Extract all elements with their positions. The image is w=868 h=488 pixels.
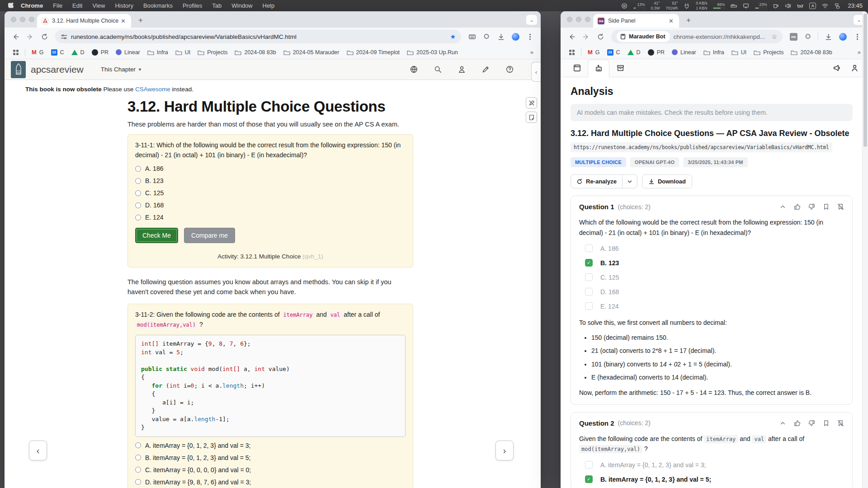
option-row[interactable]: A. itemArray = {0, 1, 2, 3} and val = 3; <box>135 442 406 449</box>
downloads-icon[interactable] <box>822 30 835 43</box>
forward-button[interactable] <box>24 30 36 43</box>
bookmark-star-icon[interactable]: ☆ <box>771 33 777 40</box>
menu-profiles[interactable]: Profiles <box>183 2 202 9</box>
back-button[interactable] <box>565 30 578 43</box>
bookmark-gmail[interactable]: MG <box>28 49 47 56</box>
display-icon[interactable] <box>743 3 749 9</box>
bookmark-folder-ui[interactable]: UI <box>728 49 750 56</box>
search-icon[interactable] <box>434 66 442 73</box>
menu-file[interactable]: File <box>53 2 62 9</box>
site-brand[interactable]: apcsareview <box>31 64 84 75</box>
forward-button[interactable] <box>580 30 592 43</box>
tab-archive[interactable] <box>609 59 631 77</box>
choice-row[interactable]: C. 125 <box>585 273 844 281</box>
bookmark-folder-2024-08[interactable]: 2024-08 83b <box>788 49 835 56</box>
bookmarks-overflow-icon[interactable]: » <box>530 49 535 56</box>
reanalyze-button[interactable]: Re-analyze <box>571 175 622 188</box>
bookmark-linear[interactable]: Linear <box>113 49 143 56</box>
globe-icon[interactable] <box>410 66 418 73</box>
radio-button[interactable] <box>135 479 141 485</box>
apps-grid-icon[interactable] <box>566 50 578 55</box>
menu-edit[interactable]: Edit <box>72 2 82 9</box>
bookmark-icon[interactable] <box>823 203 830 210</box>
thumbs-down-icon[interactable] <box>808 420 815 427</box>
option-row[interactable]: B. 123 <box>135 177 406 184</box>
radio-button[interactable] <box>135 442 141 448</box>
bookmark-github[interactable]: PR <box>645 49 668 56</box>
omnibox[interactable]: runestone.academy/ns/books/published/apc… <box>55 30 461 43</box>
new-tab-button[interactable]: + <box>135 14 146 26</box>
tab-search-button[interactable]: ⌄ <box>526 15 537 25</box>
bookmark-off-icon[interactable] <box>837 203 844 210</box>
bookmark-drive[interactable]: D <box>68 49 88 56</box>
energy-widget[interactable]: 52°701Wh <box>665 1 678 10</box>
bookmark-folder-2024-09[interactable]: 2024-09 Timeplot <box>344 49 403 56</box>
extension-sphere-icon[interactable] <box>836 30 849 43</box>
checkbox-checked[interactable]: ✓ <box>585 259 593 267</box>
bookmark-github[interactable]: PR <box>89 49 112 56</box>
browser-tab[interactable]: 3.12. Hard Multiple Choice Qu ✕ <box>37 14 131 28</box>
choice-row[interactable]: ✓B. itemArray = {0, 1, 2, 3} and val = 5… <box>585 475 844 483</box>
tab-browser[interactable] <box>566 59 588 77</box>
extensions-icon[interactable] <box>802 30 814 43</box>
radio-button[interactable] <box>135 215 141 221</box>
input-source-icon[interactable]: A <box>809 3 816 9</box>
option-row[interactable]: D. itemArray = {9, 8, 7, 6} and val = 3; <box>135 479 406 486</box>
extensions-icon[interactable] <box>480 30 493 43</box>
apple-menu-icon[interactable] <box>8 2 14 9</box>
next-page-button[interactable]: › <box>495 441 514 460</box>
reload-button[interactable] <box>38 30 51 43</box>
bookmark-folder-infra[interactable]: Infra <box>144 49 171 56</box>
caffeine-icon[interactable] <box>773 3 779 9</box>
account-icon[interactable] <box>850 64 859 72</box>
bookmark-folder-2025-03[interactable]: 2025-03 Up.Run <box>404 49 461 56</box>
reload-button[interactable] <box>594 30 607 43</box>
bookmark-gmail[interactable]: MG <box>585 49 603 56</box>
tab-close-icon[interactable]: ✕ <box>667 18 675 24</box>
gpu-widget[interactable]: 13% <box>633 2 645 9</box>
thumbs-down-icon[interactable] <box>808 203 815 210</box>
close-window-button[interactable] <box>567 17 572 22</box>
user-icon[interactable] <box>458 66 466 73</box>
site-settings-icon[interactable] <box>61 33 67 40</box>
extension-ma-icon[interactable]: ma <box>787 30 800 43</box>
tab-close-icon[interactable]: ✕ <box>119 18 127 24</box>
radio-button[interactable] <box>135 202 141 208</box>
menu-tab[interactable]: Tab <box>212 2 222 9</box>
panel-scrollbar[interactable] <box>862 11 868 488</box>
option-row[interactable]: C. 125 <box>135 189 406 197</box>
bookmark-folder-infra[interactable]: Infra <box>700 49 727 56</box>
bookmark-icon[interactable] <box>823 420 830 427</box>
choice-row[interactable]: E. 124 <box>585 302 844 310</box>
kebab-menu-icon[interactable] <box>524 30 536 43</box>
choice-row[interactable]: ✓B. 123 <box>585 259 844 267</box>
bookmark-folder-ui[interactable]: UI <box>172 49 194 56</box>
help-icon[interactable] <box>506 66 514 73</box>
radio-button[interactable] <box>135 455 141 460</box>
compare-me-button[interactable]: Compare me <box>184 228 235 243</box>
volume-icon[interactable] <box>785 3 791 9</box>
checkbox[interactable] <box>585 244 593 252</box>
radio-button[interactable] <box>135 178 141 184</box>
pencil-icon[interactable] <box>482 66 490 73</box>
bookmark-linear[interactable]: Linear <box>669 49 699 56</box>
scratchpad-button[interactable] <box>526 112 537 123</box>
radio-button[interactable] <box>135 166 141 172</box>
minimize-window-button[interactable] <box>576 17 581 22</box>
choice-row[interactable]: A. 186 <box>585 244 844 252</box>
megaphone-icon[interactable] <box>833 64 841 72</box>
checkbox-checked[interactable]: ✓ <box>585 475 593 483</box>
zoom-window-button[interactable] <box>29 17 34 22</box>
menu-window[interactable]: Window <box>231 2 252 9</box>
thumbs-up-icon[interactable] <box>794 203 801 210</box>
option-row[interactable]: B. itemArray = {0, 1, 2, 3} and val = 5; <box>135 454 406 461</box>
downloads-icon[interactable] <box>495 30 507 43</box>
cpu-widget[interactable]: 23% <box>755 2 767 9</box>
collapse-icon[interactable] <box>779 203 786 210</box>
network-widget[interactable]: 0 KB/s1 KB/s <box>696 1 707 10</box>
bookmark-off-icon[interactable] <box>837 420 844 427</box>
choice-row[interactable]: A. itemArray = {0, 1, 2, 3} and val = 3; <box>585 461 844 469</box>
bookmark-calendar[interactable]: 23C <box>604 49 623 56</box>
checkbox[interactable] <box>585 461 593 469</box>
menu-app-name[interactable]: Chrome <box>21 2 43 9</box>
